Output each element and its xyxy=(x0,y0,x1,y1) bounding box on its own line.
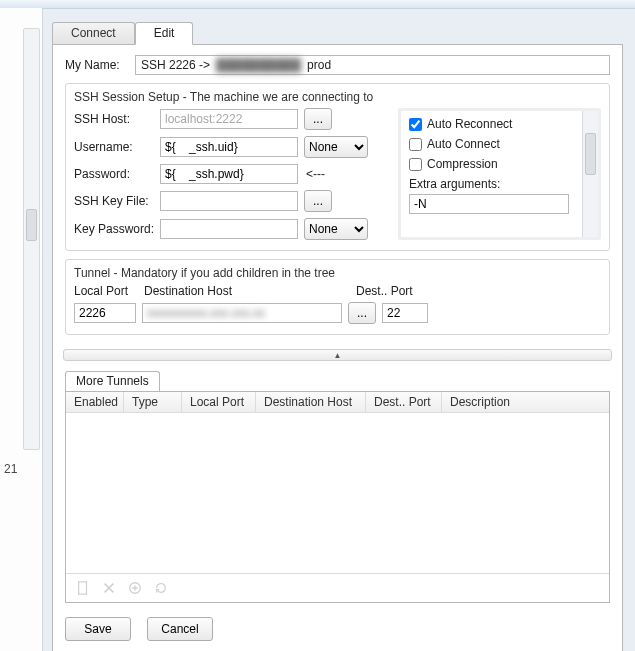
ssh-pass-hint: <--- xyxy=(306,167,325,181)
more-tunnels-tab[interactable]: More Tunnels xyxy=(65,371,160,391)
ssh-user-label: Username: xyxy=(74,140,160,154)
ssh-keypass-label: Key Password: xyxy=(74,222,160,236)
myname-row: My Name: SSH 2226 -> ██████████ prod xyxy=(65,55,610,75)
cancel-button[interactable]: Cancel xyxy=(147,617,213,641)
ssh-user-field[interactable] xyxy=(160,137,298,157)
delete-icon[interactable] xyxy=(102,581,116,595)
ssh-keyfile-browse-button[interactable]: ... xyxy=(304,190,332,212)
ssh-options-box: Auto Reconnect Auto Connect Compression … xyxy=(398,108,601,240)
col-enabled[interactable]: Enabled xyxy=(66,392,124,412)
tabstrip: Connect Edit xyxy=(52,22,623,44)
auto-connect-label: Auto Connect xyxy=(427,137,500,151)
add-icon[interactable] xyxy=(128,581,142,595)
ssh-pass-label: Password: xyxy=(74,167,160,181)
save-button[interactable]: Save xyxy=(65,617,131,641)
options-scrollbar[interactable] xyxy=(582,111,598,237)
ssh-host-label: SSH Host: xyxy=(74,112,160,126)
tunnel-desthost-browse-button[interactable]: ... xyxy=(348,302,376,324)
ssh-left: SSH Host: ... Username: None xyxy=(74,108,394,240)
edit-panel: My Name: SSH 2226 -> ██████████ prod SSH… xyxy=(52,44,623,651)
ssh-keypass-mode-select[interactable]: None xyxy=(304,218,368,240)
grid-header: Enabled Type Local Port Destination Host… xyxy=(66,392,609,413)
ssh-host-browse-button[interactable]: ... xyxy=(304,108,332,130)
tab-edit[interactable]: Edit xyxy=(135,22,194,45)
page-icon[interactable] xyxy=(76,581,90,595)
grid-toolbar xyxy=(66,573,609,602)
tunnel-localport-label: Local Port xyxy=(74,284,144,298)
col-type[interactable]: Type xyxy=(124,392,182,412)
chevron-up-icon: ▲ xyxy=(334,351,342,360)
tunnel-section: Tunnel - Mandatory if you add children i… xyxy=(65,259,610,335)
tunnel-legend: Tunnel - Mandatory if you add children i… xyxy=(74,266,601,280)
auto-connect-checkbox[interactable] xyxy=(409,138,422,151)
myname-field[interactable] xyxy=(135,55,610,75)
more-tunnels-grid: Enabled Type Local Port Destination Host… xyxy=(65,391,610,603)
tunnel-desthost-label: Destination Host xyxy=(144,284,356,298)
tunnel-desthost-field[interactable] xyxy=(142,303,342,323)
col-desthost[interactable]: Destination Host xyxy=(256,392,366,412)
tunnel-destport-label: Dest.. Port xyxy=(356,284,426,298)
compression-label: Compression xyxy=(427,157,498,171)
auto-reconnect-checkbox[interactable] xyxy=(409,118,422,131)
svg-rect-0 xyxy=(79,582,87,594)
left-marker: 21 xyxy=(4,462,17,476)
tunnel-destport-field[interactable] xyxy=(382,303,428,323)
extra-args-field[interactable] xyxy=(409,194,569,214)
left-scrollbar-thumb[interactable] xyxy=(26,209,37,241)
ssh-user-mode-select[interactable]: None xyxy=(304,136,368,158)
left-scrollbar[interactable] xyxy=(23,28,40,450)
ssh-keypass-field[interactable] xyxy=(160,219,298,239)
extra-args-label: Extra arguments: xyxy=(409,177,590,191)
col-description[interactable]: Description xyxy=(442,392,609,412)
titlebar-strip xyxy=(0,0,635,9)
grid-body[interactable] xyxy=(66,413,609,573)
ssh-section: SSH Session Setup - The machine we are c… xyxy=(65,83,610,251)
myname-label: My Name: xyxy=(65,58,135,72)
tunnel-localport-field[interactable] xyxy=(74,303,136,323)
splitter-handle[interactable]: ▲ xyxy=(63,349,612,361)
ssh-keyfile-field[interactable] xyxy=(160,191,298,211)
window: 21 Connect Edit My Name: SSH 2226 -> ███… xyxy=(0,0,635,651)
main-panel: Connect Edit My Name: SSH 2226 -> ██████… xyxy=(52,22,623,643)
refresh-icon[interactable] xyxy=(154,581,168,595)
tab-connect[interactable]: Connect xyxy=(52,22,135,44)
left-sidebar: 21 xyxy=(0,8,43,651)
ssh-pass-field[interactable] xyxy=(160,164,298,184)
ssh-legend: SSH Session Setup - The machine we are c… xyxy=(74,90,601,104)
ssh-keyfile-label: SSH Key File: xyxy=(74,194,160,208)
col-localport[interactable]: Local Port xyxy=(182,392,256,412)
ssh-host-field[interactable] xyxy=(160,109,298,129)
col-destport[interactable]: Dest.. Port xyxy=(366,392,442,412)
options-scrollbar-thumb[interactable] xyxy=(585,133,596,175)
compression-checkbox[interactable] xyxy=(409,158,422,171)
footer-buttons: Save Cancel xyxy=(65,617,610,641)
auto-reconnect-label: Auto Reconnect xyxy=(427,117,512,131)
